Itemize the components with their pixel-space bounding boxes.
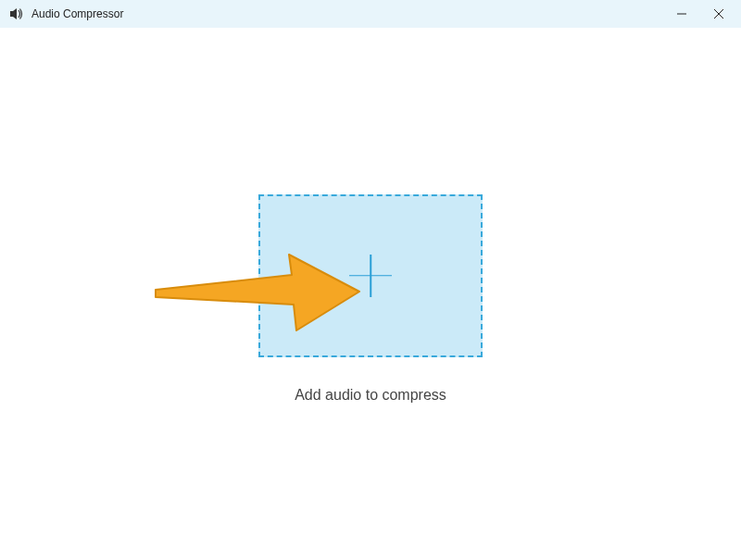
close-icon	[713, 8, 724, 19]
app-speaker-icon	[9, 6, 24, 21]
titlebar-left: Audio Compressor	[9, 6, 123, 21]
app-title: Audio Compressor	[31, 7, 123, 20]
dropzone-wrapper: Add audio to compress	[258, 194, 483, 404]
instruction-text: Add audio to compress	[295, 387, 446, 404]
add-audio-dropzone[interactable]	[258, 194, 483, 357]
close-button[interactable]	[700, 0, 737, 28]
main-content: Add audio to compress	[0, 28, 741, 560]
plus-icon	[349, 255, 392, 297]
minimize-icon	[676, 8, 687, 19]
svg-marker-1	[13, 8, 17, 19]
window-controls	[663, 0, 737, 28]
minimize-button[interactable]	[663, 0, 700, 28]
svg-rect-0	[10, 11, 13, 17]
titlebar: Audio Compressor	[0, 0, 741, 28]
